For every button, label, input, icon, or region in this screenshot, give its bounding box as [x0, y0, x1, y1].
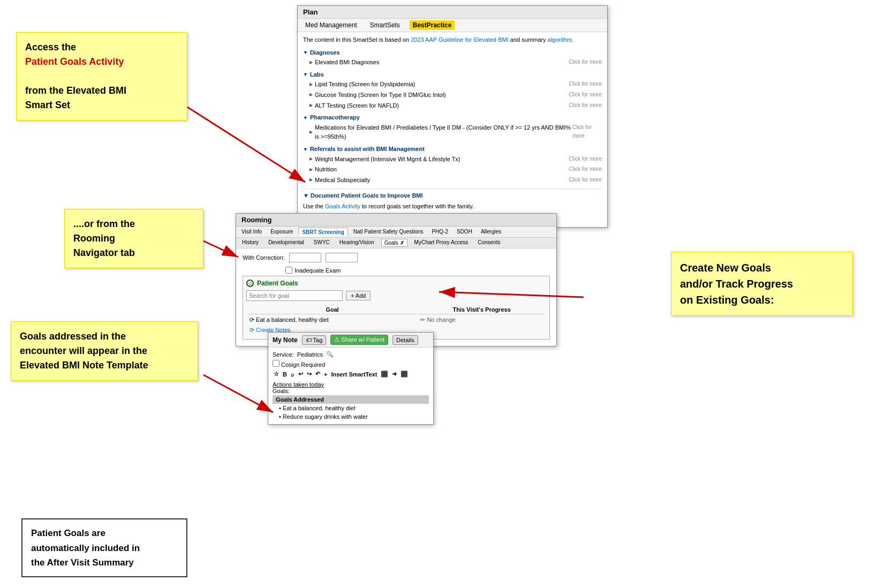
undo-button[interactable]: ↩: [297, 370, 304, 378]
rooming-top-tabs[interactable]: Visit Info Exposure SBRT Screening Natl …: [236, 227, 556, 238]
toolbar-icon-3[interactable]: ⬛: [399, 370, 409, 378]
diagnoses-click-1[interactable]: Click for more: [569, 58, 602, 67]
goals-header: ○ Patient Goals: [246, 280, 546, 287]
subtab-hearing-vision[interactable]: Hearing/Vision: [337, 239, 377, 247]
rooming-body: With Correction: Inadequate Exam ○ Patie…: [236, 248, 556, 346]
subtab-swyc[interactable]: SWYC: [311, 239, 333, 247]
sticky-line4: Smart Set: [25, 100, 70, 110]
labs-item-1: Lipid Testing (Screen for Dyslipidemia) …: [303, 79, 602, 90]
plan-body: The content in this SmartSet is based on…: [298, 32, 607, 227]
plan-intro: The content in this SmartSet is based on…: [303, 35, 602, 45]
goal-search-input[interactable]: [246, 290, 343, 301]
plan-tabs[interactable]: Med Management SmartSets BestPractice: [298, 19, 607, 32]
subtab-consents[interactable]: Consents: [475, 239, 503, 247]
tag-button[interactable]: 🏷 Tag: [302, 335, 327, 345]
referrals-item-2: Nutrition Click for more: [303, 164, 602, 175]
bottom-note-line3: the After Visit Summary: [31, 557, 134, 568]
sticky-note-middle-left: ....or from the Rooming Navigator tab: [64, 209, 203, 268]
progress-col-header: This Visit's Progress: [418, 305, 545, 314]
plan-panel: Plan Med Management SmartSets BestPracti…: [297, 5, 608, 228]
rooming-panel: Rooming Visit Info Exposure SBRT Screeni…: [236, 213, 557, 346]
svg-line-2: [203, 241, 238, 257]
subtab-mychart-proxy[interactable]: MyChart Proxy Access: [412, 239, 471, 247]
add-goal-button[interactable]: + Add: [346, 291, 371, 300]
labs-click-1[interactable]: Click for more: [569, 80, 602, 89]
tab-exposure[interactable]: Exposure: [267, 228, 296, 236]
goals-activity-link[interactable]: Goals Activity: [325, 203, 360, 209]
back-button[interactable]: ↶: [314, 370, 321, 378]
correction-row: With Correction:: [243, 253, 550, 262]
service-label: Service:: [273, 351, 294, 358]
rooming-header: Rooming: [236, 214, 556, 227]
tab-smartsets[interactable]: SmartSets: [367, 20, 403, 30]
tab-natl-safety[interactable]: Natl Patient Safety Questions: [350, 228, 427, 236]
tab-allergies[interactable]: Allergies: [478, 228, 504, 236]
referrals-click-1[interactable]: Click for more: [569, 155, 602, 164]
redo-button[interactable]: ↪: [306, 370, 313, 378]
referrals-item-1: Weight Management (Intensive Wt Mgmt & L…: [303, 154, 602, 165]
with-correction-label: With Correction:: [243, 254, 285, 261]
star-button[interactable]: ☆: [273, 370, 280, 378]
goals-table: Goal This Visit's Progress ⟳ Eat a balan…: [246, 304, 546, 336]
labs-label-3: ALT Testing (Screen for NAFLD): [309, 101, 399, 111]
cosign-row: Cosign Required: [273, 360, 429, 368]
actions-today: Actions taken today: [273, 381, 429, 388]
subtab-developmental[interactable]: Developmental: [266, 239, 307, 247]
sticky-mid-line2: Rooming: [73, 233, 115, 244]
subtab-history[interactable]: History: [239, 239, 261, 247]
goals-addressed-label: Goals Addressed: [273, 395, 429, 404]
tab-med-management[interactable]: Med Management: [302, 20, 360, 30]
tab-phq2[interactable]: PHQ-2: [428, 228, 451, 236]
insert-smarttext-button[interactable]: Insert SmartText: [330, 371, 378, 378]
bottom-note-line1: Patient Goals are: [31, 528, 105, 538]
tab-bestpractice[interactable]: BestPractice: [410, 20, 455, 30]
add-button[interactable]: +: [323, 371, 328, 378]
labs-section: Labs: [303, 70, 602, 80]
search-icon[interactable]: 🔍: [326, 351, 334, 358]
toolbar-icon-1[interactable]: ⬛: [380, 370, 389, 378]
referrals-click-2[interactable]: Click for more: [569, 165, 602, 175]
goals-label: Goals:: [273, 388, 429, 394]
goal-col-header: Goal: [247, 305, 417, 314]
labs-click-3[interactable]: Click for more: [569, 101, 602, 111]
my-note-title: My Note: [273, 336, 298, 344]
algorithm-link[interactable]: algorithm: [548, 36, 572, 43]
sticky-bot-line1: Goals addressed in the: [20, 331, 126, 342]
note-panel: My Note 🏷 Tag ⚠ Share w/ Patient Details…: [268, 332, 434, 425]
sticky-bot-line3: Elevated BMI Note Template: [20, 360, 148, 371]
referrals-click-3[interactable]: Click for more: [569, 176, 602, 185]
goal-section-text: Use the Goals Activity to record goals s…: [303, 202, 602, 212]
labs-click-2[interactable]: Click for more: [569, 91, 602, 100]
svg-line-1: [187, 107, 305, 182]
tab-visit-info[interactable]: Visit Info: [238, 228, 265, 236]
share-patient-button[interactable]: ⚠ Share w/ Patient: [330, 335, 388, 345]
details-button[interactable]: Details: [392, 335, 418, 345]
diagnoses-label-1: Elevated BMI Diagnoses: [309, 58, 379, 67]
guideline-link[interactable]: 2023 AAP Guideline for Elevated BMI: [411, 36, 509, 43]
correction-input-1[interactable]: [289, 253, 321, 262]
inadequate-exam-row: Inadequate Exam: [285, 267, 550, 274]
toolbar-icon-2[interactable]: ➜: [391, 370, 398, 378]
pharma-item-1: Medications for Elevated BMI / Prediabet…: [303, 123, 602, 142]
pharma-section: Pharmacotherapy: [303, 113, 602, 123]
inadequate-exam-checkbox[interactable]: [285, 267, 292, 274]
sticky-right-line3: on Existing Goals:: [680, 294, 774, 306]
bold-button[interactable]: B: [282, 371, 288, 378]
rooming-sub-tabs[interactable]: History Developmental SWYC Hearing/Visio…: [236, 238, 556, 248]
note-toolbar[interactable]: ☆ B ⌕ ↩ ↪ ↶ + Insert SmartText ⬛ ➜ ⬛: [273, 370, 429, 378]
cosign-label: Cosign Required: [281, 361, 325, 368]
diagnoses-section: Diagnoses: [303, 48, 602, 58]
referrals-item-3: Medical Subspecialty Click for more: [303, 175, 602, 186]
service-row: Service: Pediatrics 🔍: [273, 351, 429, 358]
tab-sdoh[interactable]: SDOH: [454, 228, 475, 236]
goal-text: Eat a balanced, healthy diet: [256, 316, 329, 323]
progress-cell: ✏ No change: [418, 315, 545, 325]
tab-sbrt-screening[interactable]: SBRT Screening: [298, 228, 347, 236]
subtab-goals[interactable]: Goals ✗: [381, 239, 407, 247]
sticky-mid-line3: Navigator tab: [73, 247, 135, 258]
pharma-click-1[interactable]: Click for more: [572, 123, 602, 142]
cosign-checkbox[interactable]: [273, 360, 279, 367]
search-toolbar-button[interactable]: ⌕: [290, 371, 296, 378]
goal-section-title: ▼ Document Patient Goals to Improve BMI: [303, 191, 602, 201]
correction-input-2[interactable]: [326, 253, 358, 262]
